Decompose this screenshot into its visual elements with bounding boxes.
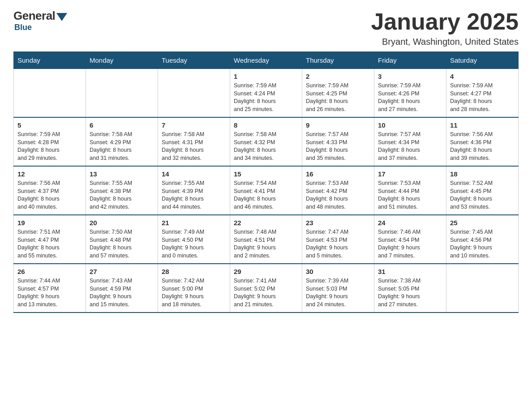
- day-info: Sunrise: 7:41 AM Sunset: 5:02 PM Dayligh…: [234, 277, 298, 308]
- day-number: 24: [378, 219, 442, 227]
- calendar-cell-w4d6: [446, 264, 519, 313]
- calendar-subtitle: Bryant, Washington, United States: [371, 37, 519, 47]
- calendar-cell-w0d3: 1Sunrise: 7:59 AM Sunset: 4:24 PM Daylig…: [230, 69, 302, 118]
- calendar-cell-w4d1: 27Sunrise: 7:43 AM Sunset: 4:59 PM Dayli…: [86, 264, 158, 313]
- logo-general-text: General: [13, 9, 55, 23]
- calendar-table: SundayMondayTuesdayWednesdayThursdayFrid…: [13, 51, 519, 313]
- day-number: 22: [234, 219, 298, 227]
- day-number: 13: [90, 170, 154, 178]
- day-number: 16: [306, 170, 370, 178]
- day-info: Sunrise: 7:48 AM Sunset: 4:51 PM Dayligh…: [234, 228, 298, 260]
- day-info: Sunrise: 7:59 AM Sunset: 4:28 PM Dayligh…: [17, 131, 82, 162]
- day-info: Sunrise: 7:51 AM Sunset: 4:47 PM Dayligh…: [17, 228, 82, 260]
- calendar-week-1: 5Sunrise: 7:59 AM Sunset: 4:28 PM Daylig…: [14, 117, 519, 166]
- day-info: Sunrise: 7:57 AM Sunset: 4:34 PM Dayligh…: [378, 131, 442, 162]
- calendar-cell-w0d6: 4Sunrise: 7:59 AM Sunset: 4:27 PM Daylig…: [446, 69, 519, 118]
- header-day-wednesday: Wednesday: [230, 52, 302, 69]
- day-info: Sunrise: 7:45 AM Sunset: 4:56 PM Dayligh…: [450, 228, 515, 260]
- header-day-sunday: Sunday: [14, 52, 86, 69]
- day-number: 26: [17, 268, 82, 275]
- calendar-cell-w4d4: 30Sunrise: 7:39 AM Sunset: 5:03 PM Dayli…: [302, 264, 374, 313]
- calendar-cell-w2d6: 18Sunrise: 7:52 AM Sunset: 4:45 PM Dayli…: [446, 166, 519, 215]
- calendar-cell-w1d1: 6Sunrise: 7:58 AM Sunset: 4:29 PM Daylig…: [86, 117, 158, 166]
- day-info: Sunrise: 7:55 AM Sunset: 4:39 PM Dayligh…: [162, 180, 226, 211]
- calendar-cell-w4d0: 26Sunrise: 7:44 AM Sunset: 4:57 PM Dayli…: [14, 264, 86, 313]
- day-info: Sunrise: 7:59 AM Sunset: 4:24 PM Dayligh…: [234, 82, 298, 113]
- day-info: Sunrise: 7:46 AM Sunset: 4:54 PM Dayligh…: [378, 228, 442, 260]
- day-number: 1: [234, 73, 298, 80]
- day-number: 5: [17, 121, 82, 129]
- page-header: General Blue January 2025 Bryant, Washin…: [13, 9, 519, 47]
- day-number: 31: [378, 268, 442, 275]
- day-info: Sunrise: 7:50 AM Sunset: 4:48 PM Dayligh…: [90, 228, 154, 260]
- calendar-cell-w3d0: 19Sunrise: 7:51 AM Sunset: 4:47 PM Dayli…: [14, 215, 86, 264]
- day-info: Sunrise: 7:59 AM Sunset: 4:27 PM Dayligh…: [450, 82, 515, 113]
- day-info: Sunrise: 7:54 AM Sunset: 4:41 PM Dayligh…: [234, 180, 298, 211]
- logo-triangle-icon: [56, 13, 67, 21]
- header-day-monday: Monday: [86, 52, 158, 69]
- day-info: Sunrise: 7:56 AM Sunset: 4:37 PM Dayligh…: [17, 180, 82, 211]
- calendar-cell-w2d5: 17Sunrise: 7:53 AM Sunset: 4:44 PM Dayli…: [374, 166, 446, 215]
- calendar-cell-w2d3: 15Sunrise: 7:54 AM Sunset: 4:41 PM Dayli…: [230, 166, 302, 215]
- day-number: 12: [17, 170, 82, 178]
- calendar-cell-w3d5: 24Sunrise: 7:46 AM Sunset: 4:54 PM Dayli…: [374, 215, 446, 264]
- calendar-cell-w0d1: [86, 69, 158, 118]
- calendar-cell-w4d3: 29Sunrise: 7:41 AM Sunset: 5:02 PM Dayli…: [230, 264, 302, 313]
- day-number: 9: [306, 121, 370, 129]
- calendar-cell-w1d6: 11Sunrise: 7:56 AM Sunset: 4:36 PM Dayli…: [446, 117, 519, 166]
- calendar-week-2: 12Sunrise: 7:56 AM Sunset: 4:37 PM Dayli…: [14, 166, 519, 215]
- day-number: 27: [90, 268, 154, 275]
- calendar-header: SundayMondayTuesdayWednesdayThursdayFrid…: [14, 52, 519, 69]
- calendar-cell-w3d2: 21Sunrise: 7:49 AM Sunset: 4:50 PM Dayli…: [158, 215, 230, 264]
- day-number: 19: [17, 219, 82, 227]
- title-section: January 2025 Bryant, Washington, United …: [371, 9, 519, 47]
- calendar-week-3: 19Sunrise: 7:51 AM Sunset: 4:47 PM Dayli…: [14, 215, 519, 264]
- calendar-cell-w0d0: [14, 69, 86, 118]
- calendar-cell-w2d0: 12Sunrise: 7:56 AM Sunset: 4:37 PM Dayli…: [14, 166, 86, 215]
- calendar-cell-w4d2: 28Sunrise: 7:42 AM Sunset: 5:00 PM Dayli…: [158, 264, 230, 313]
- day-info: Sunrise: 7:49 AM Sunset: 4:50 PM Dayligh…: [162, 228, 226, 260]
- header-day-tuesday: Tuesday: [158, 52, 230, 69]
- day-info: Sunrise: 7:38 AM Sunset: 5:05 PM Dayligh…: [378, 277, 442, 308]
- calendar-cell-w3d4: 23Sunrise: 7:47 AM Sunset: 4:53 PM Dayli…: [302, 215, 374, 264]
- day-number: 29: [234, 268, 298, 275]
- calendar-week-0: 1Sunrise: 7:59 AM Sunset: 4:24 PM Daylig…: [14, 69, 519, 118]
- day-info: Sunrise: 7:57 AM Sunset: 4:33 PM Dayligh…: [306, 131, 370, 162]
- day-number: 30: [306, 268, 370, 275]
- day-number: 11: [450, 121, 515, 129]
- day-number: 2: [306, 73, 370, 80]
- day-info: Sunrise: 7:53 AM Sunset: 4:44 PM Dayligh…: [378, 180, 442, 211]
- day-number: 15: [234, 170, 298, 178]
- day-info: Sunrise: 7:43 AM Sunset: 4:59 PM Dayligh…: [90, 277, 154, 308]
- calendar-cell-w0d2: [158, 69, 230, 118]
- calendar-week-4: 26Sunrise: 7:44 AM Sunset: 4:57 PM Dayli…: [14, 264, 519, 313]
- calendar-cell-w1d4: 9Sunrise: 7:57 AM Sunset: 4:33 PM Daylig…: [302, 117, 374, 166]
- day-number: 17: [378, 170, 442, 178]
- day-info: Sunrise: 7:44 AM Sunset: 4:57 PM Dayligh…: [17, 277, 82, 308]
- calendar-cell-w1d2: 7Sunrise: 7:58 AM Sunset: 4:31 PM Daylig…: [158, 117, 230, 166]
- day-info: Sunrise: 7:47 AM Sunset: 4:53 PM Dayligh…: [306, 228, 370, 260]
- calendar-cell-w3d3: 22Sunrise: 7:48 AM Sunset: 4:51 PM Dayli…: [230, 215, 302, 264]
- day-info: Sunrise: 7:52 AM Sunset: 4:45 PM Dayligh…: [450, 180, 515, 211]
- day-number: 14: [162, 170, 226, 178]
- day-info: Sunrise: 7:39 AM Sunset: 5:03 PM Dayligh…: [306, 277, 370, 308]
- day-info: Sunrise: 7:56 AM Sunset: 4:36 PM Dayligh…: [450, 131, 515, 162]
- day-info: Sunrise: 7:53 AM Sunset: 4:42 PM Dayligh…: [306, 180, 370, 211]
- calendar-body: 1Sunrise: 7:59 AM Sunset: 4:24 PM Daylig…: [14, 69, 519, 313]
- header-row: SundayMondayTuesdayWednesdayThursdayFrid…: [14, 52, 519, 69]
- day-number: 21: [162, 219, 226, 227]
- calendar-cell-w1d0: 5Sunrise: 7:59 AM Sunset: 4:28 PM Daylig…: [14, 117, 86, 166]
- day-number: 23: [306, 219, 370, 227]
- calendar-cell-w3d1: 20Sunrise: 7:50 AM Sunset: 4:48 PM Dayli…: [86, 215, 158, 264]
- day-info: Sunrise: 7:59 AM Sunset: 4:25 PM Dayligh…: [306, 82, 370, 113]
- day-info: Sunrise: 7:59 AM Sunset: 4:26 PM Dayligh…: [378, 82, 442, 113]
- day-number: 4: [450, 73, 515, 80]
- day-number: 10: [378, 121, 442, 129]
- day-info: Sunrise: 7:58 AM Sunset: 4:29 PM Dayligh…: [90, 131, 154, 162]
- logo-top: General: [13, 9, 67, 23]
- header-day-saturday: Saturday: [446, 52, 519, 69]
- calendar-title: January 2025: [371, 9, 519, 34]
- calendar-cell-w0d4: 2Sunrise: 7:59 AM Sunset: 4:25 PM Daylig…: [302, 69, 374, 118]
- header-day-friday: Friday: [374, 52, 446, 69]
- calendar-cell-w4d5: 31Sunrise: 7:38 AM Sunset: 5:05 PM Dayli…: [374, 264, 446, 313]
